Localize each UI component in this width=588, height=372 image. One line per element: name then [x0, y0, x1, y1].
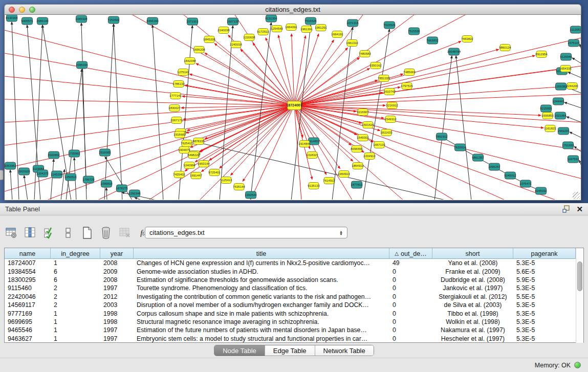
new-file-icon[interactable]	[80, 226, 94, 240]
window-titlebar[interactable]: citations_edges.txt	[4, 4, 581, 15]
graph-node[interactable]: 1842048	[184, 58, 196, 64]
graph-node[interactable]: 1595853	[541, 113, 554, 119]
minimize-window-button[interactable]	[19, 7, 25, 13]
graph-node[interactable]: 9172513	[257, 29, 269, 35]
graph-node[interactable]: 3216912	[386, 102, 398, 109]
close-panel-icon[interactable]: ✕	[576, 205, 583, 213]
graph-node[interactable]: 9725401	[208, 169, 221, 176]
vertical-split-icon[interactable]	[61, 226, 75, 240]
graph-node[interactable]: 9245032	[535, 187, 547, 194]
graph-node[interactable]: 7851335	[378, 75, 390, 82]
graph-node[interactable]: 1845208	[203, 36, 215, 43]
graph-node[interactable]: 2089140	[36, 17, 49, 25]
graph-node[interactable]: 7615526	[383, 21, 396, 29]
vertical-scrollbar[interactable]	[576, 248, 583, 343]
graph-node[interactable]: 2244200	[566, 83, 578, 90]
row-checklist-icon[interactable]	[42, 226, 56, 240]
graph-node[interactable]: 1501620	[362, 122, 374, 128]
graph-node[interactable]: 7625417	[181, 140, 193, 147]
select-column-icon[interactable]	[23, 226, 37, 240]
graph-node[interactable]: 1143194	[51, 171, 63, 178]
graph-node[interactable]: 1811633	[381, 129, 393, 136]
delete-rows-icon[interactable]	[99, 226, 113, 240]
graph-node[interactable]: 2020652	[48, 151, 60, 159]
tab-node-table[interactable]: Node Table	[214, 345, 265, 356]
graph-node[interactable]: 1071913	[186, 18, 199, 25]
graph-node[interactable]: 9861357	[472, 154, 484, 161]
graph-node[interactable]: 1161823	[545, 125, 557, 132]
graph-node[interactable]: 1549302	[357, 135, 369, 141]
table-row[interactable]: 946554611997Estimation of the future num…	[5, 326, 576, 334]
graph-node[interactable]: 1954913	[338, 171, 350, 178]
graph-node[interactable]: 1125413	[221, 177, 233, 184]
graph-node[interactable]: 7485063	[403, 69, 416, 76]
graph-node[interactable]: 1830027	[168, 105, 181, 112]
graph-node[interactable]: 1167531	[568, 156, 580, 163]
column-header-year[interactable]: year	[100, 248, 134, 259]
tab-network-table[interactable]: Network Table	[315, 345, 374, 356]
graph-node[interactable]: 1678275	[116, 185, 128, 192]
graph-node[interactable]: 9135133	[308, 183, 320, 189]
graph-node[interactable]: 1065328	[75, 15, 88, 23]
graph-node[interactable]: 1701650	[562, 142, 574, 149]
column-header-out_degree[interactable]: △out_de…	[389, 248, 432, 259]
column-header-short[interactable]: short	[432, 248, 513, 259]
graph-node[interactable]: 1610742	[383, 89, 396, 95]
delete-table-icon[interactable]	[118, 226, 132, 240]
table-settings-icon[interactable]	[4, 226, 18, 240]
graph-node[interactable]: 6466160	[146, 17, 159, 25]
memory-status-icon[interactable]	[574, 362, 581, 368]
graph-node[interactable]: 1653144	[198, 161, 210, 167]
graph-node[interactable]: 1607135	[227, 18, 239, 25]
graph-node[interactable]: 8215955	[540, 105, 552, 112]
graph-node[interactable]: 1209382	[555, 83, 567, 90]
graph-node[interactable]: 16648784	[447, 48, 461, 55]
graph-node[interactable]: 2240038	[217, 27, 230, 34]
graph-node[interactable]: 2240018	[230, 41, 242, 48]
graph-node[interactable]: 1797515	[401, 83, 413, 90]
graph-node[interactable]: 7152602	[107, 16, 120, 24]
graph-node[interactable]: 1075471	[519, 180, 532, 187]
graph-node[interactable]: 2095334	[76, 61, 88, 69]
graph-node[interactable]: 2204913	[363, 153, 376, 160]
graph-node[interactable]: 1275141	[177, 69, 189, 76]
table-row[interactable]: 2242004622012Investigating the contribut…	[5, 293, 576, 301]
graph-node[interactable]: 9860124	[499, 45, 511, 51]
column-header-in_degree[interactable]: in_degree	[51, 248, 100, 259]
graph-node[interactable]: 7635144	[233, 184, 245, 190]
graph-node[interactable]: 1095257	[488, 163, 500, 170]
graph-node[interactable]: 1254549	[271, 26, 283, 32]
table-row[interactable]: 911546021997Tourette syndrome. Phenomeno…	[5, 284, 576, 292]
graph-node[interactable]: 2516065	[99, 149, 111, 156]
graph-node[interactable]: 7515536	[408, 28, 420, 35]
graph-node[interactable]: 1777141	[169, 93, 182, 99]
graph-node[interactable]: 3915929	[18, 168, 30, 175]
column-header-title[interactable]: title	[134, 248, 389, 259]
desktop-edge-handle[interactable]	[0, 170, 4, 180]
graph-node[interactable]: 1664191	[331, 31, 343, 38]
table-row[interactable]: 1830029562008Estimation of significance …	[5, 276, 576, 284]
table-row[interactable]: 977716911998Corpus callosum shape and si…	[5, 309, 576, 317]
graph-node[interactable]: 1250513	[64, 173, 77, 181]
graph-node[interactable]: 1735993	[68, 150, 80, 157]
graph-node[interactable]: 8498222	[187, 152, 200, 159]
graph-node[interactable]: 7425402	[173, 171, 185, 178]
graph-node[interactable]: 1292346	[128, 190, 141, 197]
graph-node[interactable]: 1961391	[300, 26, 313, 33]
graph-node[interactable]: 8131304	[265, 15, 277, 22]
tab-edge-table[interactable]: Edge Table	[265, 345, 315, 356]
graph-node[interactable]: 9245012	[504, 172, 516, 179]
graph-node[interactable]: 1204273	[36, 170, 49, 177]
graph-node[interactable]: 2067173	[170, 117, 183, 124]
graph-node[interactable]: 1664091	[285, 24, 297, 31]
graph-node[interactable]: 1691447	[190, 172, 202, 179]
graph-node[interactable]: 7515526	[304, 17, 317, 25]
graph-node[interactable]: 1071315	[346, 19, 359, 27]
graph-node[interactable]: 8878335	[192, 138, 205, 145]
graph-node[interactable]: 1961291	[315, 25, 327, 31]
table-row[interactable]: 1456911722003Disruption of a novel membe…	[5, 301, 576, 309]
column-header-pagerank[interactable]: pagerank	[513, 248, 576, 259]
graph-node[interactable]: 1240994	[183, 162, 195, 169]
graph-node[interactable]: 8130304	[6, 15, 18, 21]
graph-node[interactable]: 1021064	[554, 112, 567, 119]
